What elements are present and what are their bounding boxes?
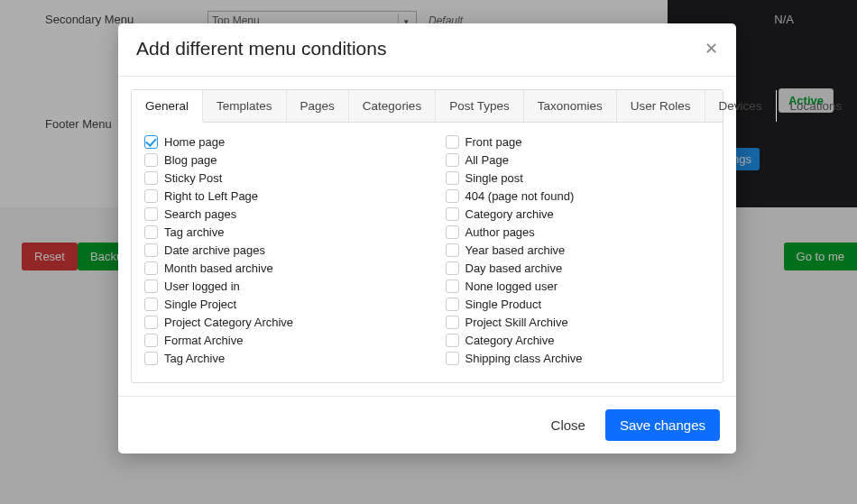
condition-label: Right to Left Page xyxy=(164,189,258,203)
checkbox[interactable] xyxy=(446,207,459,221)
modal-body: GeneralTemplatesPagesCategoriesPost Type… xyxy=(118,77,736,396)
condition-label: Single post xyxy=(465,171,523,185)
checkbox[interactable] xyxy=(446,261,459,275)
checkbox[interactable] xyxy=(144,189,158,203)
condition-front-page[interactable]: Front page xyxy=(446,133,711,150)
checkbox[interactable] xyxy=(144,153,158,167)
checkbox[interactable] xyxy=(144,298,158,311)
tab-general[interactable]: General xyxy=(132,90,203,123)
condition-right-to-left-page[interactable]: Right to Left Page xyxy=(144,188,410,204)
condition-label: Format Archive xyxy=(164,334,243,347)
modal-header: Add different menu conditions ✕ xyxy=(118,23,736,77)
checkbox[interactable] xyxy=(446,243,459,257)
condition-tag-archive[interactable]: Tag Archive xyxy=(144,350,410,366)
checkbox[interactable] xyxy=(144,171,158,185)
condition-author-pages[interactable]: Author pages xyxy=(446,224,711,240)
checkbox[interactable] xyxy=(446,316,459,329)
condition-label: Year based archive xyxy=(465,243,566,257)
checkbox[interactable] xyxy=(144,334,158,347)
condition-tag-archive[interactable]: Tag archive xyxy=(144,224,410,240)
checkbox[interactable] xyxy=(446,135,459,149)
condition-label: None logged user xyxy=(465,279,558,293)
tab-list: GeneralTemplatesPagesCategoriesPost Type… xyxy=(132,90,723,123)
condition-label: All Page xyxy=(465,153,509,167)
condition-label: Project Category Archive xyxy=(164,316,293,329)
condition-label: Date archive pages xyxy=(164,243,265,257)
tab-post-types[interactable]: Post Types xyxy=(436,90,524,122)
condition-category-archive[interactable]: Category archive xyxy=(446,206,711,222)
checkbox[interactable] xyxy=(446,153,459,167)
condition-label: Single Product xyxy=(465,298,542,311)
checkbox[interactable] xyxy=(446,171,459,185)
tab-content-general: Home pageBlog pageSticky PostRight to Le… xyxy=(132,123,723,382)
condition-sticky-post[interactable]: Sticky Post xyxy=(144,170,410,186)
tab-templates[interactable]: Templates xyxy=(203,90,287,122)
condition-none-logged-user[interactable]: None logged user xyxy=(446,278,711,294)
checkbox[interactable] xyxy=(446,279,459,293)
condition-404-page-not-found-[interactable]: 404 (page not found) xyxy=(446,188,711,204)
checkbox[interactable] xyxy=(144,225,158,239)
condition-single-project[interactable]: Single Project xyxy=(144,296,410,312)
condition-label: Month based archive xyxy=(164,261,273,275)
close-button[interactable]: Close xyxy=(544,410,593,440)
condition-label: Single Project xyxy=(164,298,236,311)
condition-date-archive-pages[interactable]: Date archive pages xyxy=(144,242,410,258)
checkbox[interactable] xyxy=(144,352,158,365)
tab-user-roles[interactable]: User Roles xyxy=(617,90,705,122)
tab-categories[interactable]: Categories xyxy=(349,90,436,122)
condition-single-product[interactable]: Single Product xyxy=(446,296,711,312)
checkbox[interactable] xyxy=(446,189,459,203)
condition-label: Search pages xyxy=(164,207,236,221)
condition-label: Front page xyxy=(465,135,522,149)
condition-month-based-archive[interactable]: Month based archive xyxy=(144,260,410,276)
condition-day-based-archive[interactable]: Day based archive xyxy=(446,260,711,276)
checkbox[interactable] xyxy=(446,334,459,347)
condition-label: Project Skill Archive xyxy=(465,316,568,329)
modal-title: Add different menu conditions xyxy=(136,38,718,60)
condition-label: 404 (page not found) xyxy=(465,189,575,203)
condition-label: Tag Archive xyxy=(164,352,225,365)
tab-devices[interactable]: Devices xyxy=(705,90,777,122)
condition-label: Day based archive xyxy=(465,261,563,275)
condition-label: Author pages xyxy=(465,225,535,239)
condition-search-pages[interactable]: Search pages xyxy=(144,206,410,222)
condition-format-archive[interactable]: Format Archive xyxy=(144,332,410,348)
modal-footer: Close Save changes xyxy=(118,396,736,454)
menu-conditions-modal: Add different menu conditions ✕ GeneralT… xyxy=(118,23,736,454)
tab-taxonomies[interactable]: Taxonomies xyxy=(524,90,617,122)
condition-home-page[interactable]: Home page xyxy=(144,133,410,150)
condition-project-category-archive[interactable]: Project Category Archive xyxy=(144,314,410,330)
checkbox[interactable] xyxy=(446,352,459,365)
save-button[interactable]: Save changes xyxy=(605,409,720,441)
condition-label: Home page xyxy=(164,135,225,149)
condition-all-page[interactable]: All Page xyxy=(446,151,711,168)
condition-label: Category Archive xyxy=(465,334,555,347)
condition-label: Blog page xyxy=(164,153,217,167)
condition-blog-page[interactable]: Blog page xyxy=(144,151,410,168)
condition-label: Tag archive xyxy=(164,225,224,239)
checkbox[interactable] xyxy=(144,279,158,293)
condition-shipping-class-archive[interactable]: Shipping class Archive xyxy=(446,350,711,366)
checkbox[interactable] xyxy=(446,225,459,239)
tab-locations[interactable]: Locations xyxy=(777,90,856,122)
checkbox[interactable] xyxy=(144,316,158,329)
checkbox[interactable] xyxy=(144,243,158,257)
condition-label: User logged in xyxy=(164,279,240,293)
close-icon[interactable]: ✕ xyxy=(702,40,720,58)
checkbox[interactable] xyxy=(446,298,459,311)
checkbox[interactable] xyxy=(144,207,158,221)
condition-category-archive[interactable]: Category Archive xyxy=(446,332,711,348)
condition-year-based-archive[interactable]: Year based archive xyxy=(446,242,711,258)
checkbox[interactable] xyxy=(144,135,158,149)
condition-project-skill-archive[interactable]: Project Skill Archive xyxy=(446,314,711,330)
tab-pages[interactable]: Pages xyxy=(287,90,349,122)
condition-label: Shipping class Archive xyxy=(465,352,583,365)
condition-single-post[interactable]: Single post xyxy=(446,170,711,186)
condition-user-logged-in[interactable]: User logged in xyxy=(144,278,410,294)
condition-label: Sticky Post xyxy=(164,171,222,185)
checkbox[interactable] xyxy=(144,261,158,275)
condition-label: Category archive xyxy=(465,207,554,221)
